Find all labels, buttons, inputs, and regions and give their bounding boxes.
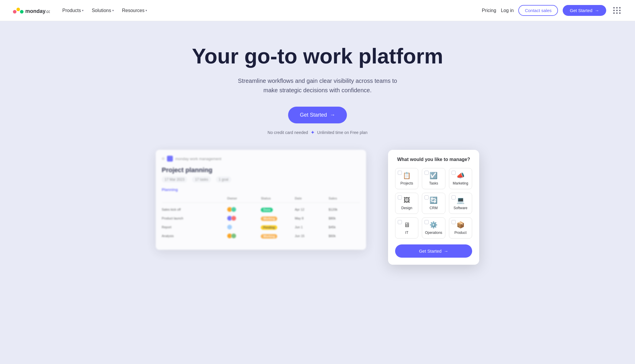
- operations-icon: ⚙️: [430, 221, 437, 229]
- manage-item-crm[interactable]: 🔄 CRM: [422, 193, 445, 214]
- window-dot: [162, 157, 165, 160]
- section-label: Planning: [162, 187, 360, 192]
- manage-card-title: What would you like to manage?: [395, 157, 472, 162]
- dot: [619, 12, 621, 14]
- manage-item-tasks[interactable]: ☑️ Tasks: [422, 168, 445, 189]
- checkbox-it[interactable]: [398, 220, 402, 224]
- table-header: Owner Status Date Sales: [162, 194, 360, 203]
- it-icon: 🖥: [404, 221, 410, 229]
- project-meta: 17 Mar 2023 17 tasks 1 goal: [162, 176, 360, 183]
- manage-grid: 📋 Projects ☑️ Tasks 📣 Marketing 🖼 Des: [395, 168, 472, 239]
- software-icon: 💻: [457, 197, 464, 204]
- svg-point-2: [20, 10, 24, 14]
- manage-item-it[interactable]: 🖥 IT: [395, 217, 418, 239]
- nav-pricing[interactable]: Pricing: [482, 8, 496, 13]
- nav-left: monday .com Products ▾ Solutions ▾ Resou…: [12, 5, 150, 16]
- chevron-down-icon: ▾: [112, 9, 114, 12]
- design-label: Design: [401, 206, 412, 210]
- manage-item-marketing[interactable]: 📣 Marketing: [449, 168, 472, 189]
- svg-point-1: [16, 8, 20, 11]
- meta-date: 17 Mar 2023: [162, 176, 187, 183]
- col-date: Date: [295, 197, 326, 200]
- checkbox-operations[interactable]: [425, 220, 429, 224]
- col-sales: Sales: [329, 197, 360, 200]
- arrow-right-icon: →: [595, 8, 599, 13]
- dot: [619, 10, 621, 11]
- nav-right: Pricing Log in Contact sales Get Started…: [482, 5, 623, 16]
- tasks-icon: ☑️: [430, 172, 437, 180]
- product-icon: 📦: [457, 221, 464, 229]
- dot: [613, 12, 615, 14]
- projects-icon: 📋: [403, 172, 411, 180]
- chevron-down-icon: ▾: [82, 9, 83, 12]
- table-row: Sales kick off Done Apr 12 $120k: [162, 205, 360, 214]
- manage-item-product[interactable]: 📦 Product: [449, 217, 472, 239]
- logo[interactable]: monday .com: [12, 5, 50, 16]
- operations-label: Operations: [425, 231, 442, 235]
- checkbox-projects[interactable]: [398, 171, 402, 175]
- checkbox-software[interactable]: [452, 195, 456, 199]
- meta-tasks: 17 tasks: [192, 176, 211, 183]
- manage-item-operations[interactable]: ⚙️ Operations: [422, 217, 445, 239]
- manage-card: What would you like to manage? 📋 Project…: [388, 150, 479, 265]
- tasks-label: Tasks: [429, 181, 438, 185]
- software-label: Software: [454, 206, 467, 210]
- dot: [616, 7, 618, 9]
- arrow-right-icon: →: [330, 112, 335, 118]
- apps-grid-button[interactable]: [611, 5, 623, 16]
- crm-label: CRM: [430, 206, 437, 210]
- checkbox-design[interactable]: [398, 195, 402, 199]
- navbar: monday .com Products ▾ Solutions ▾ Resou…: [0, 0, 635, 21]
- get-started-nav-button[interactable]: Get Started →: [563, 5, 606, 16]
- nav-login[interactable]: Log in: [501, 8, 514, 13]
- marketing-label: Marketing: [453, 181, 468, 185]
- col-name: [162, 197, 225, 200]
- table-row: Report Pending Jun 1 $45k: [162, 223, 360, 232]
- dot: [619, 7, 621, 9]
- nav-resources[interactable]: Resources ▾: [119, 6, 150, 15]
- manage-item-design[interactable]: 🖼 Design: [395, 193, 418, 214]
- get-started-hero-button[interactable]: Get Started →: [288, 107, 347, 123]
- col-owner: Owner: [227, 197, 258, 200]
- svg-point-0: [13, 10, 16, 14]
- contact-sales-button[interactable]: Contact sales: [518, 5, 558, 16]
- table-row: Analysis Working Jun 15 $60k: [162, 232, 360, 240]
- hero-section: Your go-to work platform Streamline work…: [0, 21, 635, 364]
- nav-products[interactable]: Products ▾: [59, 6, 86, 15]
- nav-solutions[interactable]: Solutions ▾: [89, 6, 117, 15]
- dash-app-title: monday work management: [175, 157, 221, 161]
- checkbox-marketing[interactable]: [452, 171, 456, 175]
- col-status: Status: [261, 197, 292, 200]
- checkbox-product[interactable]: [452, 220, 456, 224]
- table-row: Product launch Working May 8 $80k: [162, 214, 360, 223]
- it-label: IT: [405, 231, 408, 235]
- separator-dot: ✦: [310, 129, 315, 136]
- hero-title: Your go-to work platform: [192, 45, 443, 68]
- dot: [613, 7, 615, 9]
- svg-text:monday: monday: [25, 8, 46, 14]
- design-icon: 🖼: [404, 197, 410, 204]
- marketing-icon: 📣: [457, 172, 464, 180]
- hero-bottom: monday work management Project planning …: [156, 150, 479, 250]
- dashboard-preview: monday work management Project planning …: [156, 150, 366, 250]
- manage-item-projects[interactable]: 📋 Projects: [395, 168, 418, 189]
- nav-links: Products ▾ Solutions ▾ Resources ▾: [59, 6, 150, 15]
- dot: [616, 12, 618, 14]
- crm-icon: 🔄: [430, 197, 437, 204]
- hero-note: No credit card needed ✦ Unlimited time o…: [268, 129, 367, 136]
- arrow-right-icon: →: [444, 249, 448, 254]
- dot: [613, 10, 615, 11]
- projects-label: Projects: [400, 181, 413, 185]
- meta-goals: 1 goal: [216, 176, 231, 183]
- dot: [616, 10, 618, 11]
- project-title: Project planning: [162, 166, 360, 174]
- product-label: Product: [454, 231, 467, 235]
- svg-text:.com: .com: [45, 9, 50, 14]
- chevron-down-icon: ▾: [146, 9, 147, 12]
- hero-subtitle: Streamline workflows and gain clear visi…: [235, 76, 400, 95]
- checkbox-tasks[interactable]: [425, 171, 429, 175]
- dashboard-header: monday work management: [162, 156, 360, 162]
- manage-get-started-button[interactable]: Get Started →: [395, 244, 472, 258]
- checkbox-crm[interactable]: [425, 195, 429, 199]
- manage-item-software[interactable]: 💻 Software: [449, 193, 472, 214]
